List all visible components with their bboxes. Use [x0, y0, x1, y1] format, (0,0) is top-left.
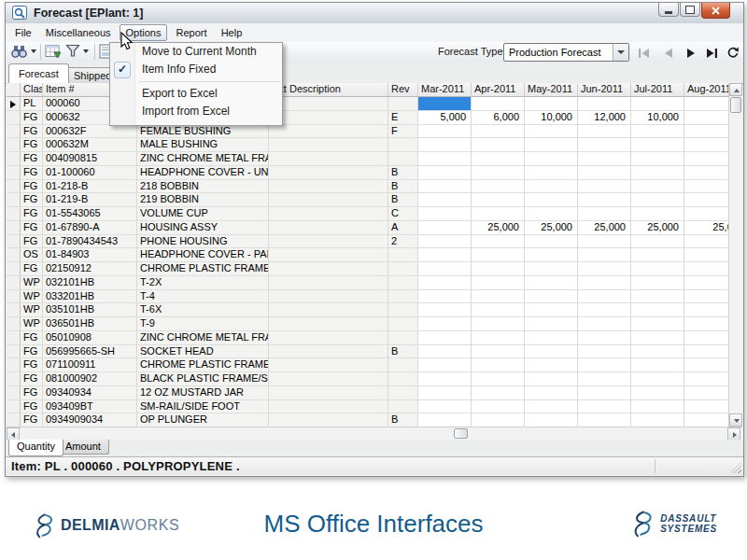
cell-mar-2011[interactable] [418, 400, 472, 414]
cell-may-2011[interactable] [525, 317, 578, 331]
cell-mar-2011[interactable] [418, 372, 472, 386]
cell-apr-2011[interactable] [472, 303, 525, 317]
cell-may-2011[interactable] [525, 125, 578, 139]
cell-jul-2011[interactable] [631, 262, 684, 276]
vertical-scrollbar[interactable] [728, 83, 742, 427]
table-row[interactable]: FG01-7890434543PHONE HOUSING2 [7, 235, 742, 249]
cell-jun-2011[interactable]: 25,000 [578, 221, 631, 235]
tab-quantity[interactable]: Quantity [8, 440, 63, 456]
horizontal-scrollbar[interactable] [7, 427, 742, 440]
row-selector[interactable] [7, 221, 21, 235]
filter-funnel-icon[interactable] [65, 44, 80, 62]
chevron-down-icon[interactable] [613, 44, 628, 61]
cell-jun-2011[interactable] [578, 290, 631, 304]
cell-jun-2011[interactable] [578, 358, 631, 372]
cell-jun-2011[interactable] [578, 138, 631, 152]
row-selector[interactable] [7, 372, 21, 386]
table-row[interactable]: FG071100911CHROME PLASTIC FRAME/... [7, 358, 742, 372]
row-selector[interactable] [7, 152, 21, 166]
cell-jun-2011[interactable] [578, 400, 631, 414]
column-header-rev[interactable]: Rev [388, 83, 418, 96]
cell-may-2011[interactable] [525, 372, 578, 386]
cell-jun-2011[interactable] [578, 125, 631, 139]
row-selector[interactable] [7, 180, 21, 194]
row-selector[interactable] [7, 97, 21, 111]
menu-item-move-to-current-month[interactable]: Move to Current Month [110, 43, 282, 61]
first-record-button[interactable] [637, 46, 654, 59]
cell-jul-2011[interactable] [631, 248, 684, 262]
cell-mar-2011[interactable] [418, 166, 472, 180]
cell-mar-2011[interactable] [418, 125, 472, 139]
cell-apr-2011[interactable] [472, 193, 525, 207]
cell-mar-2011[interactable] [418, 358, 472, 372]
cell-jun-2011[interactable] [578, 317, 631, 331]
tab-amount[interactable]: Amount [57, 440, 109, 455]
cell-jun-2011[interactable] [578, 413, 631, 427]
table-row[interactable]: FG01-219-B219 BOBBINB [7, 193, 742, 207]
cell-jun-2011[interactable] [578, 345, 631, 359]
cell-apr-2011[interactable] [472, 262, 525, 276]
cell-mar-2011[interactable] [418, 303, 472, 317]
table-row[interactable]: FG081000902BLACK PLASTIC FRAME/ST... [7, 372, 742, 386]
cell-may-2011[interactable] [525, 358, 578, 372]
cell-jul-2011[interactable] [631, 386, 684, 400]
cell-jul-2011[interactable] [631, 372, 684, 386]
cell-apr-2011[interactable] [472, 413, 525, 427]
row-selector[interactable] [7, 413, 21, 427]
cell-apr-2011[interactable] [472, 125, 525, 139]
row-selector[interactable] [7, 303, 21, 317]
cell-may-2011[interactable] [525, 138, 578, 152]
table-row[interactable]: FG01-100060HEADPHONE COVER - UNP...B [7, 166, 742, 180]
row-selector[interactable] [7, 386, 21, 400]
cell-apr-2011[interactable] [472, 386, 525, 400]
cell-may-2011[interactable]: 10,000 [525, 111, 578, 125]
cell-jun-2011[interactable] [578, 235, 631, 249]
table-row[interactable]: FG056995665-SHSOCKET HEADB [7, 345, 742, 359]
cell-mar-2011[interactable] [418, 193, 472, 207]
cell-mar-2011[interactable] [418, 138, 472, 152]
table-row[interactable]: FG01-5543065VOLUME CUPC [7, 207, 742, 221]
horizontal-scroll-thumb[interactable] [454, 428, 468, 439]
maximize-button[interactable] [680, 3, 700, 17]
cell-mar-2011[interactable] [418, 221, 472, 235]
cell-mar-2011[interactable] [418, 152, 472, 166]
cell-may-2011[interactable] [525, 276, 578, 290]
cell-may-2011[interactable] [525, 386, 578, 400]
cell-jun-2011[interactable] [578, 276, 631, 290]
cell-may-2011[interactable] [525, 207, 578, 221]
cell-mar-2011[interactable] [418, 413, 472, 427]
cell-jul-2011[interactable] [631, 331, 684, 345]
row-selector[interactable] [7, 138, 21, 152]
table-row[interactable]: FG02150912CHROME PLASTIC FRAME/... [7, 262, 742, 276]
menu-help[interactable]: Help [216, 25, 248, 40]
cell-may-2011[interactable] [525, 400, 578, 414]
cell-jun-2011[interactable] [578, 262, 631, 276]
cell-may-2011[interactable] [525, 180, 578, 194]
cell-may-2011[interactable] [525, 331, 578, 345]
cell-mar-2011[interactable] [418, 386, 472, 400]
cell-mar-2011[interactable] [418, 97, 472, 111]
row-selector[interactable] [7, 111, 21, 125]
cell-jun-2011[interactable] [578, 372, 631, 386]
table-row[interactable]: FG000632FFEMALE BUSHINGF [7, 125, 742, 139]
cell-may-2011[interactable] [525, 97, 578, 111]
cell-mar-2011[interactable] [418, 235, 472, 249]
cell-jul-2011[interactable] [631, 152, 684, 166]
cell-jul-2011[interactable]: 25,000 [631, 221, 684, 235]
cell-apr-2011[interactable] [472, 276, 525, 290]
cell-jun-2011[interactable] [578, 207, 631, 221]
cell-may-2011[interactable] [525, 290, 578, 304]
row-selector[interactable] [7, 276, 21, 290]
cell-jun-2011[interactable] [578, 386, 631, 400]
column-header-jun-2011[interactable]: Jun-2011 [578, 83, 631, 96]
column-header-mar-2011[interactable]: Mar-2011 [418, 83, 472, 96]
row-selector[interactable] [7, 248, 21, 262]
cell-jul-2011[interactable]: 10,000 [631, 111, 684, 125]
cell-may-2011[interactable] [525, 413, 578, 427]
cell-apr-2011[interactable] [472, 345, 525, 359]
spreadsheet-export-icon[interactable] [45, 44, 62, 63]
scroll-down-button[interactable] [729, 413, 742, 427]
find-dropdown-caret-icon[interactable] [31, 49, 36, 53]
table-row[interactable]: OS01-84903HEADPHONE COVER - PAIN... [7, 248, 742, 262]
row-selector[interactable] [7, 331, 21, 345]
